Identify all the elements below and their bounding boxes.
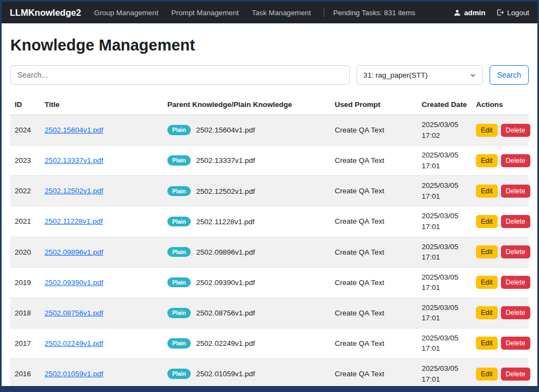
- chevron-down-icon: [470, 72, 476, 78]
- cell-title: 2502.11228v1.pdf: [40, 206, 163, 237]
- parent-knowledge-name: 2502.15604v1.pdf: [196, 126, 255, 134]
- cell-actions: EditDelete: [472, 146, 529, 176]
- plain-badge: Plain: [167, 186, 191, 197]
- cell-created-date: 2025/03/05 17:01: [417, 328, 472, 358]
- delete-button[interactable]: Delete: [501, 124, 530, 137]
- edit-button[interactable]: Edit: [476, 306, 498, 319]
- cell-parent-knowledge: Plain2502.12502v1.pdf: [163, 176, 330, 206]
- knowledge-title-link[interactable]: 2502.11228v1.pdf: [45, 217, 103, 225]
- cell-used-prompt: Create QA Text: [330, 267, 417, 298]
- cell-parent-knowledge: Plain2502.13337v1.pdf: [163, 146, 330, 176]
- knowledge-title-link[interactable]: 2502.13337v1.pdf: [45, 156, 103, 165]
- nav-item-group-management[interactable]: Group Management: [94, 9, 158, 17]
- cell-title: 2502.09390v1.pdf: [40, 267, 163, 298]
- pending-tasks-status: Pending Tasks: 831 items: [324, 9, 415, 17]
- edit-button[interactable]: Edit: [476, 368, 498, 381]
- username-label: admin: [464, 9, 485, 17]
- group-select[interactable]: 31: rag_paper(STT): [356, 65, 483, 85]
- edit-button[interactable]: Edit: [476, 124, 498, 137]
- cell-id: 2016: [10, 359, 40, 387]
- navbar-right: admin Logout: [454, 9, 529, 17]
- logout-button[interactable]: Logout: [496, 9, 529, 17]
- plain-badge: Plain: [167, 217, 191, 227]
- cell-title: 2502.13337v1.pdf: [40, 146, 163, 176]
- cell-parent-knowledge: Plain2502.09896v1.pdf: [163, 237, 330, 267]
- cell-actions: EditDelete: [472, 328, 529, 358]
- cell-actions: EditDelete: [472, 206, 529, 237]
- delete-button[interactable]: Delete: [501, 185, 530, 198]
- col-title: Title: [40, 94, 163, 115]
- knowledge-title-link[interactable]: 2502.02249v1.pdf: [45, 339, 103, 347]
- cell-used-prompt: Create QA Text: [330, 206, 417, 237]
- cell-id: 2024: [10, 115, 40, 146]
- parent-knowledge-name: 2502.08756v1.pdf: [196, 309, 255, 317]
- person-icon: [454, 9, 461, 16]
- cell-id: 2021: [10, 206, 40, 237]
- knowledge-title-link[interactable]: 2502.09896v1.pdf: [45, 248, 103, 256]
- brand-logo[interactable]: LLMKnowledge2: [10, 8, 81, 18]
- knowledge-title-link[interactable]: 2502.01059v1.pdf: [45, 370, 103, 378]
- knowledge-title-link[interactable]: 2502.15604v1.pdf: [45, 126, 103, 134]
- table-row: 20172502.02249v1.pdfPlain2502.02249v1.pd…: [10, 328, 529, 358]
- knowledge-title-link[interactable]: 2502.08756v1.pdf: [45, 309, 103, 317]
- cell-id: 2017: [10, 328, 40, 358]
- edit-button[interactable]: Edit: [476, 154, 498, 167]
- delete-button[interactable]: Delete: [501, 154, 530, 167]
- cell-actions: EditDelete: [472, 298, 529, 328]
- knowledge-table: ID Title Parent Knowledge/Plain Knowledg…: [10, 94, 529, 386]
- plain-badge: Plain: [167, 308, 191, 318]
- plain-badge: Plain: [167, 155, 191, 166]
- cell-id: 2022: [10, 176, 40, 206]
- cell-created-date: 2025/03/05 17:01: [417, 267, 472, 298]
- nav-item-task-management[interactable]: Task Management: [252, 9, 311, 17]
- parent-knowledge-name: 2502.13337v1.pdf: [196, 156, 255, 165]
- logout-icon: [496, 9, 504, 16]
- cell-title: 2502.01059v1.pdf: [40, 359, 163, 387]
- delete-button[interactable]: Delete: [501, 276, 530, 289]
- col-parent-knowledge: Parent Knowledge/Plain Knowledge: [163, 94, 330, 115]
- delete-button[interactable]: Delete: [501, 306, 530, 319]
- search-input[interactable]: [10, 65, 350, 85]
- col-used-prompt: Used Prompt: [330, 94, 417, 115]
- cell-parent-knowledge: Plain2502.01059v1.pdf: [163, 359, 330, 387]
- cell-title: 2502.02249v1.pdf: [40, 328, 163, 358]
- edit-button[interactable]: Edit: [476, 215, 498, 228]
- cell-parent-knowledge: Plain2502.09390v1.pdf: [163, 267, 330, 298]
- cell-actions: EditDelete: [472, 359, 529, 387]
- delete-button[interactable]: Delete: [501, 368, 530, 381]
- edit-button[interactable]: Edit: [476, 245, 498, 258]
- group-select-value: 31: rag_paper(STT): [363, 71, 428, 79]
- delete-button[interactable]: Delete: [501, 245, 530, 258]
- edit-button[interactable]: Edit: [476, 276, 498, 289]
- app-window: LLMKnowledge2 Group Management Prompt Ma…: [0, 0, 539, 392]
- table-row: 20222502.12502v1.pdfPlain2502.12502v1.pd…: [10, 176, 529, 206]
- cell-title: 2502.12502v1.pdf: [40, 176, 163, 206]
- logout-label: Logout: [507, 9, 529, 17]
- top-navbar: LLMKnowledge2 Group Management Prompt Ma…: [2, 2, 537, 23]
- edit-button[interactable]: Edit: [476, 337, 498, 350]
- cell-actions: EditDelete: [472, 237, 529, 267]
- knowledge-title-link[interactable]: 2502.09390v1.pdf: [45, 279, 103, 287]
- cell-id: 2019: [10, 267, 40, 298]
- cell-used-prompt: Create QA Text: [330, 237, 417, 267]
- cell-used-prompt: Create QA Text: [330, 176, 417, 206]
- delete-button[interactable]: Delete: [501, 337, 530, 350]
- cell-parent-knowledge: Plain2502.08756v1.pdf: [163, 298, 330, 328]
- cell-actions: EditDelete: [472, 176, 529, 206]
- table-row: 20242502.15604v1.pdfPlain2502.15604v1.pd…: [10, 115, 529, 146]
- parent-knowledge-name: 2502.12502v1.pdf: [196, 187, 255, 195]
- plain-badge: Plain: [167, 247, 191, 257]
- edit-button[interactable]: Edit: [476, 185, 498, 198]
- knowledge-title-link[interactable]: 2502.12502v1.pdf: [45, 187, 103, 195]
- delete-button[interactable]: Delete: [501, 215, 530, 228]
- col-id: ID: [10, 94, 40, 115]
- cell-parent-knowledge: Plain2502.15604v1.pdf: [163, 115, 330, 146]
- parent-knowledge-name: 2502.11228v1.pdf: [196, 218, 254, 226]
- cell-created-date: 2025/03/05 17:01: [417, 298, 472, 328]
- main-content: Knowledge Management 31: rag_paper(STT) …: [2, 23, 537, 386]
- search-button[interactable]: Search: [490, 65, 529, 85]
- nav-item-prompt-management[interactable]: Prompt Management: [171, 9, 239, 17]
- cell-created-date: 2025/03/05 17:01: [417, 359, 472, 387]
- cell-created-date: 2025/03/05 17:02: [417, 115, 472, 146]
- cell-actions: EditDelete: [472, 267, 529, 298]
